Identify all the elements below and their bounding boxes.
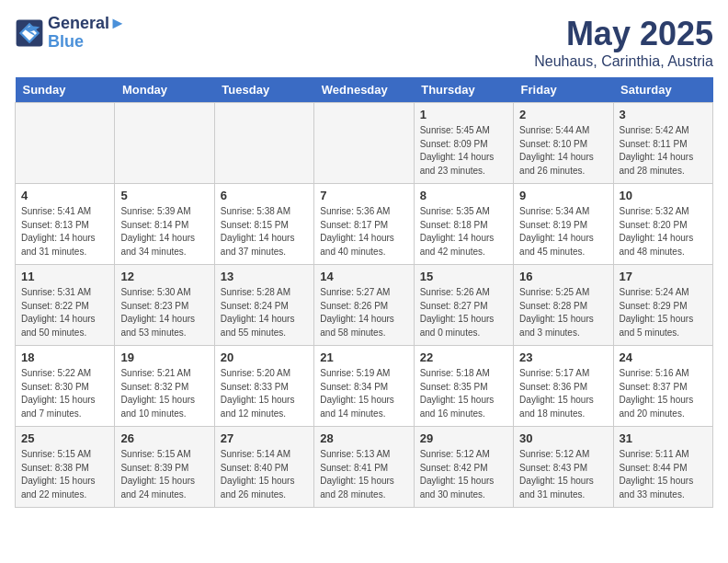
calendar-cell: 3Sunrise: 5:42 AM Sunset: 8:11 PM Daylig… [613,103,712,184]
calendar-cell: 12Sunrise: 5:30 AM Sunset: 8:23 PM Dayli… [115,265,214,346]
day-number: 14 [320,270,407,283]
cell-info: Sunrise: 5:21 AM Sunset: 8:32 PM Dayligh… [120,367,208,420]
calendar-cell: 17Sunrise: 5:24 AM Sunset: 8:29 PM Dayli… [613,265,712,346]
day-number: 12 [120,270,208,283]
calendar-table: SundayMondayTuesdayWednesdayThursdayFrid… [15,77,713,508]
day-number: 4 [21,189,108,202]
logo: General► Blue [15,15,126,52]
cell-info: Sunrise: 5:13 AM Sunset: 8:41 PM Dayligh… [320,448,407,501]
day-number: 25 [21,431,108,445]
cell-info: Sunrise: 5:20 AM Sunset: 8:33 PM Dayligh… [221,367,308,420]
cell-info: Sunrise: 5:30 AM Sunset: 8:23 PM Dayligh… [120,286,208,339]
week-row-4: 18Sunrise: 5:22 AM Sunset: 8:30 PM Dayli… [16,346,713,427]
title-block: May 2025 Neuhaus, Carinthia, Austria [534,15,713,70]
calendar-cell: 16Sunrise: 5:25 AM Sunset: 8:28 PM Dayli… [514,265,613,346]
calendar-cell: 28Sunrise: 5:13 AM Sunset: 8:41 PM Dayli… [314,427,414,508]
calendar-cell: 1Sunrise: 5:45 AM Sunset: 8:09 PM Daylig… [414,103,513,184]
day-number: 15 [420,270,507,283]
cell-info: Sunrise: 5:26 AM Sunset: 8:27 PM Dayligh… [420,286,507,339]
cell-info: Sunrise: 5:27 AM Sunset: 8:26 PM Dayligh… [320,286,407,339]
cell-info: Sunrise: 5:39 AM Sunset: 8:14 PM Dayligh… [120,205,208,259]
calendar-cell: 15Sunrise: 5:26 AM Sunset: 8:27 PM Dayli… [414,265,513,346]
calendar-cell: 2Sunrise: 5:44 AM Sunset: 8:10 PM Daylig… [514,103,613,184]
day-number: 23 [519,350,607,364]
calendar-cell: 20Sunrise: 5:20 AM Sunset: 8:33 PM Dayli… [214,346,313,427]
calendar-cell: 31Sunrise: 5:11 AM Sunset: 8:44 PM Dayli… [613,427,712,508]
day-number: 30 [519,431,607,445]
weekday-header-friday: Friday [514,77,613,103]
day-number: 16 [519,270,607,283]
week-row-5: 25Sunrise: 5:15 AM Sunset: 8:38 PM Dayli… [16,427,713,508]
week-row-2: 4Sunrise: 5:41 AM Sunset: 8:13 PM Daylig… [16,184,713,265]
calendar-cell: 14Sunrise: 5:27 AM Sunset: 8:26 PM Dayli… [314,265,414,346]
cell-info: Sunrise: 5:24 AM Sunset: 8:29 PM Dayligh… [620,286,707,339]
day-number: 5 [120,189,208,202]
day-number: 2 [519,108,607,121]
cell-info: Sunrise: 5:15 AM Sunset: 8:39 PM Dayligh… [120,448,208,501]
page-header: General► Blue May 2025 Neuhaus, Carinthi… [15,15,713,70]
weekday-header-monday: Monday [115,77,214,103]
calendar-cell: 4Sunrise: 5:41 AM Sunset: 8:13 PM Daylig… [16,184,115,265]
day-number: 13 [221,270,308,283]
cell-info: Sunrise: 5:17 AM Sunset: 8:36 PM Dayligh… [519,367,607,420]
logo-icon [15,18,44,48]
calendar-cell: 23Sunrise: 5:17 AM Sunset: 8:36 PM Dayli… [514,346,613,427]
cell-info: Sunrise: 5:38 AM Sunset: 8:15 PM Dayligh… [221,205,308,259]
day-number: 10 [620,189,707,202]
cell-info: Sunrise: 5:11 AM Sunset: 8:44 PM Dayligh… [620,448,707,501]
day-number: 28 [320,431,407,445]
cell-info: Sunrise: 5:41 AM Sunset: 8:13 PM Dayligh… [21,205,108,259]
day-number: 11 [21,270,108,283]
day-number: 27 [221,431,308,445]
day-number: 18 [21,350,108,364]
cell-info: Sunrise: 5:36 AM Sunset: 8:17 PM Dayligh… [320,205,407,259]
cell-info: Sunrise: 5:16 AM Sunset: 8:37 PM Dayligh… [620,367,707,420]
calendar-cell: 5Sunrise: 5:39 AM Sunset: 8:14 PM Daylig… [115,184,214,265]
day-number: 21 [320,350,407,364]
location: Neuhaus, Carinthia, Austria [534,53,713,70]
weekday-header-wednesday: Wednesday [314,77,414,103]
calendar-cell: 24Sunrise: 5:16 AM Sunset: 8:37 PM Dayli… [613,346,712,427]
cell-info: Sunrise: 5:34 AM Sunset: 8:19 PM Dayligh… [519,205,607,259]
calendar-cell [214,103,313,184]
day-number: 8 [420,189,507,202]
calendar-cell: 29Sunrise: 5:12 AM Sunset: 8:42 PM Dayli… [414,427,513,508]
day-number: 26 [120,431,208,445]
cell-info: Sunrise: 5:44 AM Sunset: 8:10 PM Dayligh… [519,124,607,178]
month-title: May 2025 [534,15,713,53]
cell-info: Sunrise: 5:22 AM Sunset: 8:30 PM Dayligh… [21,367,108,420]
calendar-cell: 6Sunrise: 5:38 AM Sunset: 8:15 PM Daylig… [214,184,313,265]
calendar-cell: 30Sunrise: 5:12 AM Sunset: 8:43 PM Dayli… [514,427,613,508]
cell-info: Sunrise: 5:25 AM Sunset: 8:28 PM Dayligh… [519,286,607,339]
calendar-cell: 13Sunrise: 5:28 AM Sunset: 8:24 PM Dayli… [214,265,313,346]
calendar-cell: 10Sunrise: 5:32 AM Sunset: 8:20 PM Dayli… [613,184,712,265]
weekday-header-saturday: Saturday [613,77,712,103]
calendar-cell: 18Sunrise: 5:22 AM Sunset: 8:30 PM Dayli… [16,346,115,427]
day-number: 1 [420,108,507,121]
calendar-cell: 27Sunrise: 5:14 AM Sunset: 8:40 PM Dayli… [214,427,313,508]
day-number: 31 [620,431,707,445]
calendar-cell: 11Sunrise: 5:31 AM Sunset: 8:22 PM Dayli… [16,265,115,346]
weekday-header-tuesday: Tuesday [214,77,313,103]
day-number: 7 [320,189,407,202]
weekday-header-thursday: Thursday [414,77,513,103]
calendar-cell: 22Sunrise: 5:18 AM Sunset: 8:35 PM Dayli… [414,346,513,427]
cell-info: Sunrise: 5:18 AM Sunset: 8:35 PM Dayligh… [420,367,507,420]
cell-info: Sunrise: 5:32 AM Sunset: 8:20 PM Dayligh… [620,205,707,259]
cell-info: Sunrise: 5:35 AM Sunset: 8:18 PM Dayligh… [420,205,507,259]
cell-info: Sunrise: 5:42 AM Sunset: 8:11 PM Dayligh… [620,124,707,178]
day-number: 19 [120,350,208,364]
cell-info: Sunrise: 5:28 AM Sunset: 8:24 PM Dayligh… [221,286,308,339]
day-number: 3 [620,108,707,121]
logo-text: General► Blue [48,15,126,52]
calendar-cell: 21Sunrise: 5:19 AM Sunset: 8:34 PM Dayli… [314,346,414,427]
day-number: 20 [221,350,308,364]
calendar-cell [314,103,414,184]
week-row-3: 11Sunrise: 5:31 AM Sunset: 8:22 PM Dayli… [16,265,713,346]
weekday-header-row: SundayMondayTuesdayWednesdayThursdayFrid… [16,77,713,103]
calendar-cell: 25Sunrise: 5:15 AM Sunset: 8:38 PM Dayli… [16,427,115,508]
calendar-cell: 9Sunrise: 5:34 AM Sunset: 8:19 PM Daylig… [514,184,613,265]
calendar-cell: 19Sunrise: 5:21 AM Sunset: 8:32 PM Dayli… [115,346,214,427]
day-number: 22 [420,350,507,364]
calendar-cell: 7Sunrise: 5:36 AM Sunset: 8:17 PM Daylig… [314,184,414,265]
